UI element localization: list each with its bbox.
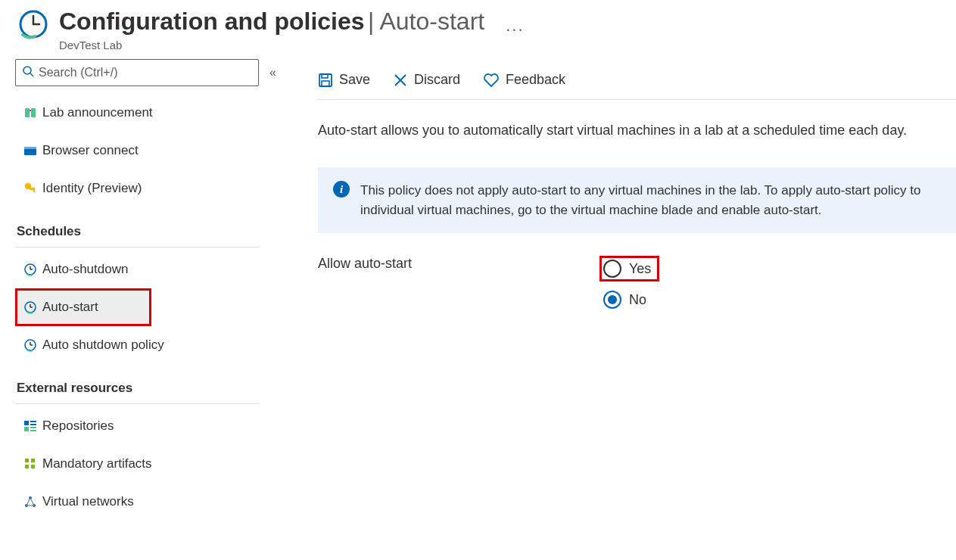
lab-clock-icon: [15, 8, 51, 44]
sidebar-item-repositories[interactable]: Repositories: [15, 407, 280, 445]
svg-line-35: [26, 498, 30, 506]
sidebar-item-label: Browser connect: [42, 143, 139, 158]
sidebar-item-label: Auto-start: [42, 300, 98, 315]
save-icon: [318, 73, 333, 88]
svg-rect-39: [322, 74, 328, 78]
svg-rect-11: [30, 188, 35, 190]
feedback-button[interactable]: Feedback: [483, 72, 565, 88]
svg-rect-31: [31, 465, 35, 468]
svg-rect-23: [30, 421, 36, 422]
save-button[interactable]: Save: [318, 72, 370, 88]
search-input-wrap[interactable]: [15, 59, 259, 86]
sidebar-item-label: Virtual networks: [42, 494, 134, 509]
svg-rect-27: [30, 430, 36, 431]
sidebar-item-label: Lab announcement: [42, 105, 153, 120]
sidebar-item-browser-connect[interactable]: Browser connect: [15, 132, 280, 170]
svg-rect-25: [24, 427, 29, 431]
sidebar-section-schedules: Schedules: [15, 207, 280, 244]
info-text: This policy does not apply auto-start to…: [360, 181, 941, 219]
sidebar-item-lab-announcement[interactable]: Lab announcement: [15, 94, 280, 132]
svg-line-4: [30, 73, 33, 76]
radio-selected-icon: [603, 291, 621, 309]
svg-rect-40: [322, 81, 329, 86]
divider: [15, 247, 259, 247]
allow-auto-start-label: Allow auto-start: [318, 256, 599, 272]
svg-rect-29: [31, 459, 35, 462]
svg-rect-12: [33, 190, 35, 192]
svg-rect-30: [25, 465, 29, 468]
announcement-icon: [18, 106, 42, 120]
sidebar-item-label: Identity (Preview): [42, 181, 142, 196]
search-input[interactable]: [39, 66, 252, 79]
sidebar-item-auto-shutdown[interactable]: Auto-shutdown: [15, 250, 280, 288]
browser-icon: [18, 144, 42, 157]
sidebar-item-auto-start[interactable]: Auto-start: [15, 288, 151, 326]
close-icon: [393, 73, 408, 88]
sidebar-item-virtual-networks[interactable]: Virtual networks: [15, 483, 280, 513]
svg-point-3: [23, 67, 31, 74]
clock-icon: [18, 338, 42, 352]
key-icon: [18, 182, 42, 195]
svg-rect-24: [30, 424, 36, 425]
radio-icon: [603, 260, 621, 278]
svg-rect-22: [24, 421, 29, 425]
svg-rect-9: [24, 147, 36, 149]
sidebar-item-label: Auto shutdown policy: [42, 338, 164, 353]
sidebar-item-auto-shutdown-policy[interactable]: Auto shutdown policy: [15, 326, 280, 364]
page-title: Configuration and policies: [59, 8, 365, 35]
svg-rect-28: [25, 459, 29, 462]
description-text: Auto-start allows you to automatically s…: [318, 123, 956, 138]
sidebar-item-mandatory-artifacts[interactable]: Mandatory artifacts: [15, 445, 280, 483]
svg-point-7: [30, 110, 31, 111]
more-actions-button[interactable]: ···: [506, 20, 524, 39]
sidebar-section-external: External resources: [15, 364, 280, 400]
divider: [15, 403, 259, 404]
svg-line-36: [30, 498, 34, 506]
sidebar-item-identity[interactable]: Identity (Preview): [15, 170, 280, 207]
svg-rect-6: [30, 108, 31, 117]
discard-button[interactable]: Discard: [393, 72, 460, 88]
search-icon: [22, 65, 34, 80]
command-toolbar: Save Discard Feedback: [318, 61, 956, 100]
svg-rect-26: [30, 427, 36, 428]
allow-auto-start-no-radio[interactable]: No: [599, 291, 659, 309]
sidebar-item-label: Mandatory artifacts: [42, 456, 152, 471]
sidebar-item-label: Auto-shutdown: [42, 262, 128, 277]
network-icon: [18, 495, 42, 509]
page-subtitle: | Auto-start: [368, 8, 484, 35]
sidebar-item-label: Repositories: [42, 418, 114, 434]
breadcrumb: DevTest Lab: [59, 39, 484, 51]
clock-icon: [18, 300, 42, 314]
artifacts-icon: [18, 457, 42, 471]
heart-icon: [483, 73, 500, 88]
page-header: Configuration and policies | Auto-start …: [0, 0, 956, 54]
clock-icon: [18, 263, 42, 276]
collapse-sidebar-button[interactable]: «: [269, 66, 276, 79]
info-banner: i This policy does not apply auto-start …: [318, 167, 956, 233]
info-icon: i: [333, 181, 350, 198]
allow-auto-start-yes-radio[interactable]: Yes: [603, 260, 651, 278]
repositories-icon: [18, 419, 42, 433]
